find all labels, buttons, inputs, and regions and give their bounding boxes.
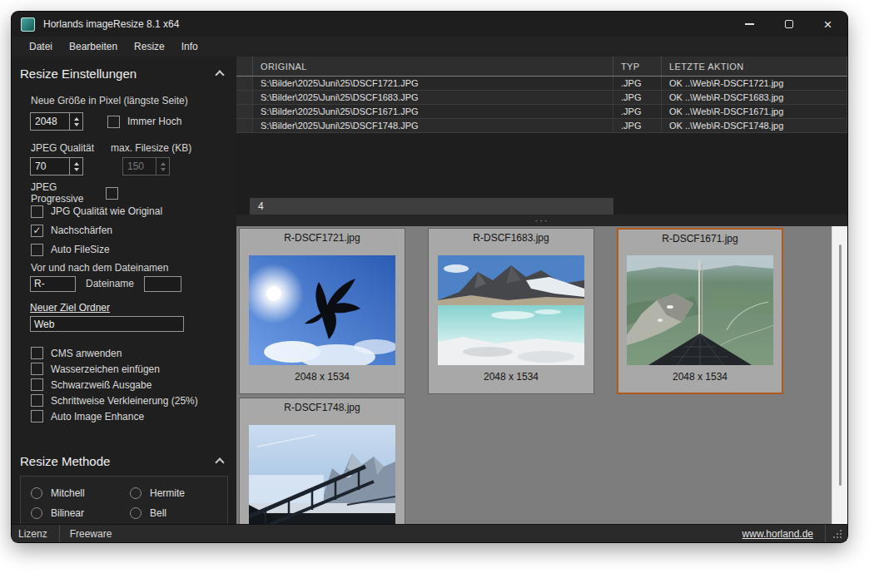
thumbnail-filename: R-DSCF1683.jpg — [473, 232, 549, 246]
splitter-handle[interactable]: ··· — [236, 215, 847, 226]
auto-filesize-label: Auto FileSize — [51, 244, 110, 255]
title-bar: Horlands imageResize 8.1 x64 × — [12, 12, 847, 37]
table-header: ORIGINAL TYP LETZTE AKTION — [236, 57, 847, 77]
status-bar: Lizenz Freeware www.horland.de — [12, 524, 847, 542]
auto-image-enhance-label: Auto Image Enhance — [51, 411, 144, 422]
collapse-chevron-icon[interactable] — [215, 457, 224, 467]
cms-anwenden-checkbox[interactable] — [31, 347, 43, 359]
radio-mitchell[interactable] — [31, 487, 42, 499]
website-link[interactable]: www.horland.de — [742, 528, 825, 540]
table-header-select — [236, 57, 253, 76]
immer-hoch-label: Immer Hoch — [127, 116, 181, 127]
app-window: Horlands imageResize 8.1 x64 × Datei Bea… — [12, 12, 847, 542]
thumbnail-scrollbar[interactable] — [832, 226, 847, 524]
table-row[interactable]: S:\Bilder\2025\Juni\25\DSCF1748.JPG .JPG… — [236, 119, 847, 133]
filename-suffix-input[interactable] — [144, 276, 181, 292]
cell-original: S:\Bilder\2025\Juni\25\DSCF1721.JPG — [253, 77, 613, 90]
file-count-bar: 4 — [250, 198, 613, 215]
filename-prefix-input[interactable] — [30, 276, 76, 292]
collapse-chevron-icon[interactable] — [215, 70, 224, 79]
dateiname-label: Dateiname — [86, 278, 134, 289]
file-count: 4 — [258, 200, 264, 212]
jpeg-quality-input[interactable] — [31, 158, 69, 175]
immer-hoch-checkbox[interactable] — [107, 116, 120, 128]
jpeg-quality-label: JPEG Qualität — [31, 142, 111, 154]
app-icon — [21, 17, 35, 32]
radio-bell-label: Bell — [150, 507, 166, 519]
maximize-icon — [785, 20, 793, 28]
schrittweise-verkleinerung-checkbox[interactable] — [31, 394, 43, 407]
menu-item-bearbeiten[interactable]: Bearbeiten — [61, 38, 126, 55]
new-size-input[interactable] — [31, 113, 69, 130]
thumbnail-image-stairs-mountain — [249, 425, 395, 524]
cell-original: S:\Bilder\2025\Juni\25\DSCF1683.JPG — [253, 91, 613, 104]
filename-section-label: Vor und nach dem Dateinamen — [31, 262, 236, 274]
resize-settings-header[interactable]: Resize Einstellungen — [12, 63, 236, 83]
spin-up-icon[interactable] — [74, 162, 79, 166]
thumbnail-card[interactable]: R-DSCF1671.jpg — [617, 228, 783, 394]
radio-bilinear-label: Bilinear — [51, 507, 84, 519]
radio-bell[interactable] — [130, 507, 142, 519]
menu-item-info[interactable]: Info — [173, 38, 206, 55]
thumbnail-filename: R-DSCF1748.jpg — [284, 402, 360, 416]
thumbnail-card[interactable]: R-DSCF1721.jpg — [239, 228, 405, 394]
menu-item-datei[interactable]: Datei — [21, 38, 61, 55]
close-button[interactable]: × — [808, 12, 847, 37]
spin-down-icon[interactable] — [74, 168, 79, 171]
table-row[interactable]: S:\Bilder\2025\Juni\25\DSCF1671.JPG .JPG… — [236, 105, 847, 119]
spin-up-icon — [161, 162, 166, 166]
new-size-spinner[interactable] — [30, 112, 83, 131]
thumbnail-dimensions: 2048 x 1534 — [295, 371, 350, 383]
max-filesize-input — [123, 158, 156, 175]
license-value: Freeware — [60, 528, 122, 540]
jpeg-quality-spinner[interactable] — [30, 157, 83, 175]
nachschaerfen-checkbox[interactable] — [31, 225, 43, 237]
thumbnail-card[interactable]: R-DSCF1748.jpg — [239, 398, 405, 524]
spin-down-icon — [161, 168, 166, 171]
auto-image-enhance-checkbox[interactable] — [31, 410, 43, 422]
resize-methode-header[interactable]: Resize Methode — [12, 451, 236, 471]
file-table: ORIGINAL TYP LETZTE AKTION S:\Bilder\202… — [236, 57, 847, 198]
maximize-button[interactable] — [769, 12, 808, 37]
table-row[interactable]: S:\Bilder\2025\Juni\25\DSCF1683.JPG .JPG… — [236, 91, 847, 105]
jpeg-progressive-checkbox[interactable] — [106, 187, 118, 200]
table-header-aktion: LETZTE AKTION — [662, 57, 847, 76]
cell-original: S:\Bilder\2025\Juni\25\DSCF1671.JPG — [253, 105, 613, 118]
jpg-qualitaet-wie-original-checkbox[interactable] — [31, 205, 43, 218]
jpg-qualitaet-wie-original-label: JPG Qualität wie Original — [51, 205, 162, 217]
minimize-icon — [745, 23, 754, 25]
wasserzeichen-checkbox[interactable] — [31, 363, 43, 375]
max-filesize-label: max. Filesize (KB) — [111, 142, 191, 154]
cms-anwenden-label: CMS anwenden — [51, 348, 122, 359]
cell-typ: .JPG — [613, 105, 662, 118]
window-controls: × — [730, 12, 847, 37]
table-row[interactable]: S:\Bilder\2025\Juni\25\DSCF1721.JPG .JPG… — [236, 77, 847, 91]
resize-grip[interactable] — [826, 525, 847, 542]
thumbnail-dimensions: 2048 x 1534 — [484, 371, 539, 383]
schwarzweiss-checkbox[interactable] — [31, 378, 43, 391]
auto-filesize-checkbox[interactable] — [31, 244, 43, 256]
schwarzweiss-label: Schwarzweiß Ausgabe — [51, 379, 151, 391]
jpeg-progressive-label: JPEG Progressive — [31, 181, 106, 205]
menu-item-resize[interactable]: Resize — [126, 38, 173, 55]
target-folder-input[interactable] — [30, 316, 184, 332]
thumbnail-image-bird-sky — [249, 255, 395, 365]
cell-aktion: OK ..\Web\R-DSCF1721.jpg — [662, 77, 847, 90]
thumbnail-image-glacier-lake — [438, 255, 584, 365]
cell-original: S:\Bilder\2025\Juni\25\DSCF1748.JPG — [253, 119, 613, 132]
spin-down-icon[interactable] — [74, 123, 79, 126]
thumbnail-card[interactable]: R-DSCF1683.jpg — [428, 228, 594, 394]
cell-typ: .JPG — [613, 119, 662, 132]
schrittweise-verkleinerung-label: Schrittweise Verkleinerung (25%) — [51, 395, 198, 407]
minimize-button[interactable] — [730, 12, 769, 37]
thumbnail-dimensions: 2048 x 1534 — [673, 371, 728, 383]
resize-grip-icon — [840, 536, 842, 538]
max-filesize-spinner — [122, 157, 170, 175]
thumbnail-panel: R-DSCF1721.jpg — [236, 226, 847, 524]
radio-hermite[interactable] — [130, 487, 142, 499]
scrollbar-thumb[interactable] — [839, 245, 842, 486]
spin-up-icon[interactable] — [74, 117, 79, 121]
target-folder-link[interactable]: Neuer Ziel Ordner — [30, 302, 110, 314]
radio-bilinear[interactable] — [31, 507, 42, 519]
settings-sidebar: Resize Einstellungen Neue Größe in Pixel… — [12, 57, 236, 524]
